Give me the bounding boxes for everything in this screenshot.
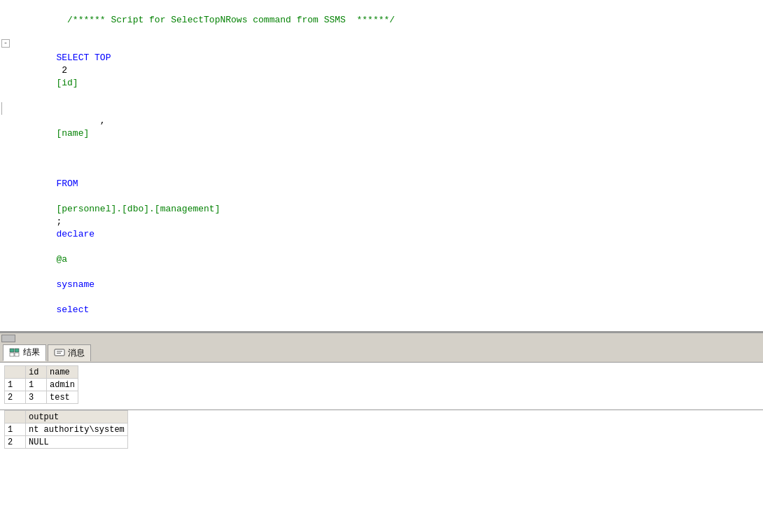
line-connector bbox=[1, 102, 10, 115]
code-line-comment: /****** Script for SelectTopNRows comman… bbox=[0, 1, 763, 39]
results-panel: id name 1 1 admin 2 3 test bbox=[0, 363, 763, 532]
message-icon bbox=[54, 348, 65, 358]
table-row: 1 nt authority\system bbox=[5, 424, 128, 436]
cell-id-1: 1 bbox=[26, 379, 47, 391]
output-row-num-header bbox=[5, 411, 26, 424]
tab-messages-label: 消息 bbox=[68, 347, 85, 359]
output-row-num-1: 1 bbox=[5, 424, 26, 436]
cell-name-1: admin bbox=[47, 379, 78, 391]
cell-name-2: test bbox=[47, 391, 78, 404]
plain-num: 2 bbox=[56, 65, 72, 76]
var-a1: @a bbox=[56, 254, 67, 265]
code-line-name: , [name] bbox=[0, 102, 763, 153]
comment-text: /****** Script for SelectTopNRows comman… bbox=[56, 15, 395, 25]
tab-messages[interactable]: 消息 bbox=[48, 344, 91, 361]
line-gutter-3 bbox=[0, 102, 11, 115]
code-content: /****** Script for SelectTopNRows comman… bbox=[0, 0, 763, 332]
output-table: output 1 nt authority\system 2 NULL bbox=[4, 410, 128, 449]
space3 bbox=[56, 267, 62, 277]
bottom-panel: 结果 消息 id name bbox=[0, 343, 763, 532]
connector-vertical bbox=[1, 102, 6, 115]
table-row: 2 3 test bbox=[5, 391, 78, 404]
space4 bbox=[56, 292, 62, 302]
output-container: output 1 nt authority\system 2 NULL bbox=[0, 410, 763, 449]
cell-id-2: 3 bbox=[26, 391, 47, 404]
table-ref: [personnel].[dbo].[management] bbox=[56, 204, 220, 214]
cell-output-1: nt authority\system bbox=[26, 424, 128, 436]
column-id: [id] bbox=[56, 78, 78, 88]
results-container: id name 1 1 admin 2 3 test bbox=[0, 363, 763, 407]
svg-rect-3 bbox=[15, 353, 19, 356]
grid-icon bbox=[9, 348, 20, 358]
code-line-from: FROM [personnel].[dbo].[management] ; de… bbox=[0, 153, 763, 332]
results-table: id name 1 1 admin 2 3 test bbox=[4, 365, 78, 404]
row-num-1: 1 bbox=[5, 379, 26, 391]
keyword-declare: declare bbox=[56, 229, 94, 239]
keyword-sysname: sysname bbox=[56, 279, 94, 290]
svg-rect-2 bbox=[10, 353, 14, 356]
code-line-select: - SELECT TOP 2 [id] bbox=[0, 39, 763, 102]
keyword-select2: select bbox=[56, 304, 89, 315]
cell-output-2: NULL bbox=[26, 436, 128, 449]
keyword-select: SELECT TOP bbox=[56, 52, 111, 63]
row-num-2: 2 bbox=[5, 391, 26, 404]
col-header-id: id bbox=[26, 366, 47, 379]
output-row-num-2: 2 bbox=[5, 436, 26, 449]
table-row: 1 1 admin bbox=[5, 379, 78, 391]
tabs-bar: 结果 消息 bbox=[0, 343, 763, 363]
scrollbar-thumb[interactable] bbox=[1, 335, 15, 342]
row-num-header bbox=[5, 366, 26, 379]
plain-comma: , bbox=[56, 115, 105, 126]
line-text-from: FROM [personnel].[dbo].[management] ; de… bbox=[11, 153, 763, 332]
column-name: [name] bbox=[56, 128, 89, 139]
indent bbox=[56, 166, 67, 176]
tab-results[interactable]: 结果 bbox=[3, 344, 46, 361]
collapse-button[interactable]: - bbox=[1, 39, 10, 48]
semicolon1: ; bbox=[56, 216, 62, 227]
var-a2: @a bbox=[56, 330, 67, 332]
space2 bbox=[56, 241, 62, 252]
output-section: output 1 nt authority\system 2 NULL bbox=[0, 410, 763, 449]
space5 bbox=[56, 317, 62, 328]
line-text-select: SELECT TOP 2 [id] bbox=[11, 39, 763, 102]
col-header-output: output bbox=[26, 411, 128, 424]
line-text-name: , [name] bbox=[11, 102, 763, 153]
tab-results-label: 结果 bbox=[23, 346, 40, 358]
table-row: 2 NULL bbox=[5, 436, 128, 449]
code-editor[interactable]: /****** Script for SelectTopNRows comman… bbox=[0, 0, 763, 332]
svg-rect-0 bbox=[10, 349, 14, 352]
line-text-comment: /****** Script for SelectTopNRows comman… bbox=[11, 1, 763, 39]
col-header-name: name bbox=[47, 366, 78, 379]
keyword-from: FROM bbox=[56, 178, 78, 189]
space1 bbox=[56, 191, 62, 202]
svg-rect-4 bbox=[55, 349, 64, 356]
svg-rect-1 bbox=[15, 349, 19, 352]
line-gutter-2[interactable]: - bbox=[0, 39, 11, 48]
horizontal-scrollbar[interactable] bbox=[0, 332, 763, 343]
